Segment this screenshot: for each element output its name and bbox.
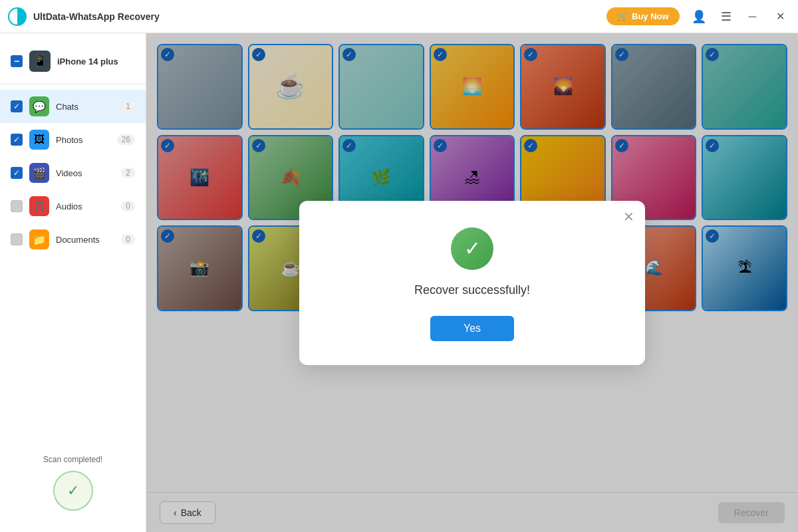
app-logo (8, 7, 27, 26)
sidebar-item-documents[interactable]: 📁 Documents 0 (0, 223, 146, 256)
sidebar-item-chats[interactable]: 💬 Chats 1 (0, 90, 146, 123)
audios-checkbox (11, 200, 23, 212)
photos-label: Photos (56, 135, 110, 145)
device-name: iPhone 14 plus (57, 57, 118, 66)
success-modal: ✕ ✓ Recover successfully! Yes (299, 201, 645, 365)
cart-icon: 🛒 (617, 11, 628, 21)
audios-label: Audios (56, 201, 114, 211)
videos-label: Videos (56, 168, 114, 178)
photos-icon: 🖼 (29, 130, 49, 150)
chats-label: Chats (56, 102, 114, 112)
close-button[interactable]: ✕ (771, 7, 790, 25)
buy-now-button[interactable]: 🛒 Buy Now (606, 7, 680, 25)
buy-now-label: Buy Now (632, 11, 669, 21)
modal-overlay: ✕ ✓ Recover successfully! Yes (146, 33, 798, 532)
sidebar-item-photos[interactable]: 🖼 Photos 26 (0, 123, 146, 156)
scan-status: Scan completed! (11, 455, 135, 464)
documents-icon: 📁 (29, 229, 49, 249)
device-item[interactable]: 📱 iPhone 14 plus (0, 44, 146, 78)
title-bar-right: 🛒 Buy Now 👤 ☰ ─ ✕ (606, 7, 790, 27)
documents-label: Documents (56, 235, 114, 245)
documents-count: 0 (121, 234, 135, 245)
chats-checkbox (11, 100, 23, 112)
minimize-button[interactable]: ─ (743, 8, 761, 25)
main-layout: 📱 iPhone 14 plus 💬 Chats 1 🖼 Photos 26 🎬… (0, 33, 798, 532)
title-bar: UltData-WhatsApp Recovery 🛒 Buy Now 👤 ☰ … (0, 0, 798, 33)
success-icon: ✓ (451, 227, 493, 270)
sidebar-item-audios[interactable]: 🎵 Audios 0 (0, 190, 146, 223)
videos-checkbox (11, 167, 23, 179)
modal-close-button[interactable]: ✕ (623, 209, 634, 225)
sidebar-bottom: Scan completed! ✓ (0, 444, 146, 521)
content-area: ✓ ✓☕ ✓ ✓🌅 ✓🌄 ✓ ✓ ✓🌃 ✓🍂 ✓🌿 ✓🏖 ✓ ✓ ✓ ✓📸 ✓☕… (146, 33, 798, 532)
scan-complete-icon: ✓ (53, 471, 93, 511)
videos-count: 2 (121, 168, 135, 178)
sidebar-item-videos[interactable]: 🎬 Videos 2 (0, 156, 146, 190)
device-icon: 📱 (29, 51, 51, 72)
title-bar-left: UltData-WhatsApp Recovery (8, 7, 160, 26)
menu-icon[interactable]: ☰ (718, 7, 734, 27)
photos-count: 26 (117, 134, 135, 145)
sidebar-divider (0, 84, 146, 84)
audios-icon: 🎵 (29, 196, 49, 216)
app-title: UltData-WhatsApp Recovery (33, 11, 160, 22)
modal-message: Recover successfully! (332, 283, 612, 297)
device-checkbox (11, 55, 23, 67)
modal-yes-button[interactable]: Yes (430, 316, 514, 341)
chats-icon: 💬 (29, 96, 49, 116)
photos-checkbox (11, 134, 23, 146)
chats-count: 1 (121, 101, 135, 112)
audios-count: 0 (121, 201, 135, 211)
account-icon[interactable]: 👤 (689, 7, 709, 27)
videos-icon: 🎬 (29, 163, 49, 183)
sidebar: 📱 iPhone 14 plus 💬 Chats 1 🖼 Photos 26 🎬… (0, 33, 146, 532)
documents-checkbox (11, 233, 23, 245)
